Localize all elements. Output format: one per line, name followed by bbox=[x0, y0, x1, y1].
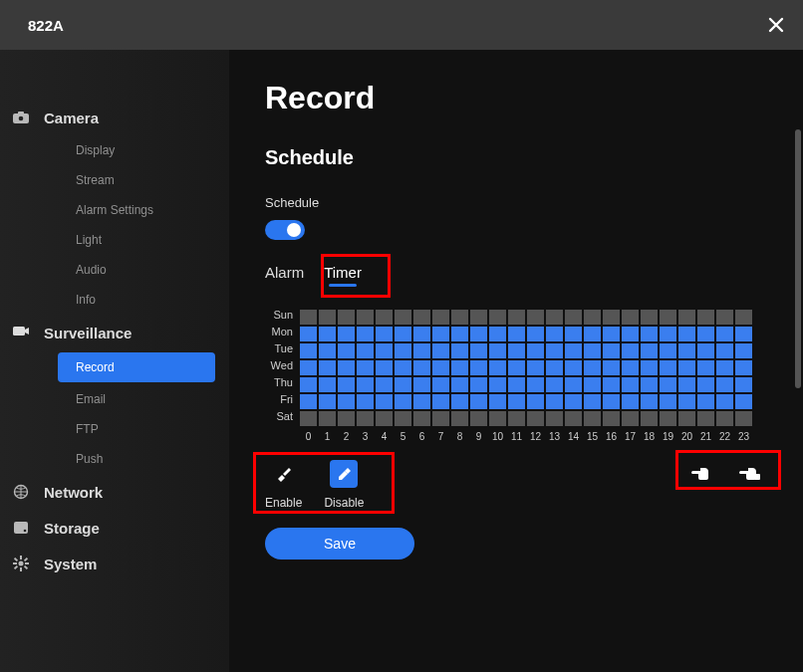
grid-cell[interactable] bbox=[450, 376, 469, 393]
grid-cell[interactable] bbox=[488, 359, 507, 376]
grid-cell[interactable] bbox=[545, 376, 564, 393]
sidebar-item-system[interactable]: System bbox=[0, 546, 229, 581]
grid-cell[interactable] bbox=[450, 410, 469, 427]
grid-cell[interactable] bbox=[621, 326, 640, 342]
grid-cell[interactable] bbox=[431, 326, 450, 342]
copy-from-button[interactable] bbox=[689, 460, 717, 484]
grid-cell[interactable] bbox=[545, 309, 564, 326]
grid-cell[interactable] bbox=[659, 376, 677, 393]
grid-row[interactable] bbox=[299, 342, 753, 359]
grid-cell[interactable] bbox=[621, 410, 640, 427]
enable-tool[interactable]: Enable bbox=[265, 460, 302, 510]
grid-cell[interactable] bbox=[507, 359, 526, 376]
grid-cell[interactable] bbox=[450, 342, 469, 359]
grid-cell[interactable] bbox=[412, 309, 431, 326]
grid-cell[interactable] bbox=[318, 342, 337, 359]
grid-cell[interactable] bbox=[469, 376, 488, 393]
grid-cell[interactable] bbox=[640, 326, 659, 342]
grid-cell[interactable] bbox=[299, 410, 318, 427]
grid-cell[interactable] bbox=[715, 393, 734, 410]
grid-cell[interactable] bbox=[602, 342, 621, 359]
grid-cell[interactable] bbox=[526, 393, 545, 410]
grid-cell[interactable] bbox=[621, 376, 640, 393]
grid-cell[interactable] bbox=[677, 359, 696, 376]
grid-cell[interactable] bbox=[412, 359, 431, 376]
grid-cell[interactable] bbox=[602, 393, 621, 410]
sidebar-sub-info[interactable]: Info bbox=[0, 285, 229, 315]
grid-cell[interactable] bbox=[394, 309, 412, 326]
grid-cell[interactable] bbox=[394, 342, 412, 359]
grid-cell[interactable] bbox=[356, 359, 375, 376]
grid-cell[interactable] bbox=[640, 393, 659, 410]
sidebar-item-network[interactable]: Network bbox=[0, 474, 229, 510]
grid-cell[interactable] bbox=[526, 342, 545, 359]
grid-cell[interactable] bbox=[621, 309, 640, 326]
grid-cell[interactable] bbox=[734, 376, 753, 393]
tab-timer[interactable]: Timer bbox=[324, 264, 362, 287]
grid-cell[interactable] bbox=[715, 376, 734, 393]
grid-cell[interactable] bbox=[715, 410, 734, 427]
grid-cell[interactable] bbox=[583, 410, 602, 427]
copy-to-button[interactable] bbox=[735, 460, 763, 484]
sidebar-sub-alarm-settings[interactable]: Alarm Settings bbox=[0, 195, 229, 225]
grid-cell[interactable] bbox=[583, 342, 602, 359]
grid-cell[interactable] bbox=[507, 326, 526, 342]
grid-cell[interactable] bbox=[734, 326, 753, 342]
grid-cell[interactable] bbox=[659, 410, 677, 427]
grid-cell[interactable] bbox=[696, 309, 715, 326]
sidebar-sub-audio[interactable]: Audio bbox=[0, 255, 229, 285]
grid-cell[interactable] bbox=[640, 342, 659, 359]
grid-cell[interactable] bbox=[375, 342, 394, 359]
grid-cell[interactable] bbox=[356, 410, 375, 427]
grid-cell[interactable] bbox=[488, 309, 507, 326]
grid-cell[interactable] bbox=[564, 326, 583, 342]
grid-cell[interactable] bbox=[394, 410, 412, 427]
grid-cell[interactable] bbox=[450, 393, 469, 410]
grid-cell[interactable] bbox=[318, 359, 337, 376]
grid-cell[interactable] bbox=[299, 359, 318, 376]
sidebar-sub-push[interactable]: Push bbox=[0, 444, 229, 474]
grid-cell[interactable] bbox=[412, 410, 431, 427]
grid-cell[interactable] bbox=[431, 393, 450, 410]
grid-cell[interactable] bbox=[431, 309, 450, 326]
grid-cell[interactable] bbox=[640, 376, 659, 393]
grid-cell[interactable] bbox=[337, 393, 356, 410]
grid-cell[interactable] bbox=[394, 326, 412, 342]
grid-row[interactable] bbox=[299, 309, 753, 326]
grid-cell[interactable] bbox=[337, 376, 356, 393]
grid-cell[interactable] bbox=[431, 376, 450, 393]
grid-cell[interactable] bbox=[469, 410, 488, 427]
grid-cell[interactable] bbox=[583, 326, 602, 342]
grid-cell[interactable] bbox=[564, 410, 583, 427]
grid-cell[interactable] bbox=[356, 393, 375, 410]
grid-cell[interactable] bbox=[526, 309, 545, 326]
grid-cell[interactable] bbox=[356, 376, 375, 393]
grid-cell[interactable] bbox=[621, 342, 640, 359]
grid-cell[interactable] bbox=[659, 309, 677, 326]
grid-cell[interactable] bbox=[488, 410, 507, 427]
grid-cell[interactable] bbox=[583, 393, 602, 410]
grid-cell[interactable] bbox=[488, 376, 507, 393]
grid-cell[interactable] bbox=[734, 410, 753, 427]
grid-cell[interactable] bbox=[394, 393, 412, 410]
grid-cell[interactable] bbox=[583, 376, 602, 393]
sidebar-item-camera[interactable]: Camera bbox=[0, 100, 229, 135]
close-button[interactable] bbox=[767, 16, 785, 34]
grid-cell[interactable] bbox=[734, 393, 753, 410]
sidebar-item-surveillance[interactable]: Surveillance bbox=[0, 315, 229, 350]
sidebar-sub-stream[interactable]: Stream bbox=[0, 165, 229, 195]
sidebar-sub-ftp[interactable]: FTP bbox=[0, 414, 229, 444]
sidebar-sub-display[interactable]: Display bbox=[0, 135, 229, 165]
grid-cell[interactable] bbox=[545, 342, 564, 359]
grid-cell[interactable] bbox=[450, 359, 469, 376]
grid-cell[interactable] bbox=[696, 342, 715, 359]
grid-cell[interactable] bbox=[677, 342, 696, 359]
grid-cell[interactable] bbox=[469, 342, 488, 359]
grid-cell[interactable] bbox=[375, 326, 394, 342]
grid-cell[interactable] bbox=[602, 309, 621, 326]
grid-cell[interactable] bbox=[469, 326, 488, 342]
grid-cell[interactable] bbox=[356, 309, 375, 326]
grid-row[interactable] bbox=[299, 326, 753, 342]
grid-cell[interactable] bbox=[299, 326, 318, 342]
grid-cell[interactable] bbox=[621, 393, 640, 410]
